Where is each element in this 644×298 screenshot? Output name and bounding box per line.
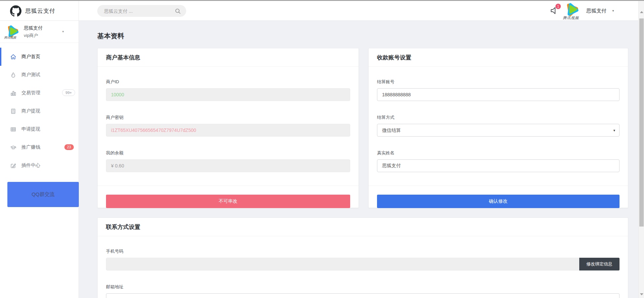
avatar-wordmark: 腾讯视频 [4,36,23,40]
brand: 思狐云支付 [0,1,79,21]
merchant-key-label: 商户密钥 [106,114,350,120]
bar-chart-icon [10,90,16,96]
settle-method-select[interactable]: 微信结算 ▼ [377,124,620,137]
user-menu-name[interactable]: 思狐支付 [586,8,606,14]
sidebar-profile[interactable]: 腾讯视频 思狐支付 vip商户 ▼ [0,21,78,43]
scrollbar-thumb[interactable] [639,18,644,227]
chevron-down-icon[interactable]: ▼ [612,9,614,12]
sidebar-item-label: 申请提现 [21,126,40,132]
page-title: 基本资料 [97,32,124,41]
scrollbar-up-arrow-icon[interactable] [640,11,643,13]
phone-field [106,258,579,270]
home-icon [10,54,16,60]
notifications-button[interactable]: 1 [549,6,559,16]
sidebar-item-merchant-test[interactable]: 商户测试 [0,66,78,84]
balance-field [106,159,350,172]
transactions-count-badge: 99+ [62,89,75,96]
promote-count-badge: 23 [64,144,74,150]
main-content: 基本资料 商户基本信息 商户ID 商户密钥 我的余额 不可串改 [79,21,638,298]
email-field[interactable] [106,293,620,298]
app-title: 思狐云支付 [25,7,55,15]
not-modifiable-button[interactable]: 不可串改 [106,195,350,208]
tencent-video-wordmark: 腾讯视频 [563,15,583,20]
scrollbar-down-arrow-icon[interactable] [640,293,643,295]
card-title: 商户基本信息 [98,48,359,67]
calculator-icon [10,108,16,114]
sidebar-item-promote-earn[interactable]: 推广赚钱 23 [0,138,78,156]
phone-label: 手机号码 [106,248,620,254]
settle-account-field[interactable] [377,88,620,101]
card-payout-account: 收款账号设置 结算账号 结算方式 微信结算 ▼ 真实姓名 [368,48,628,208]
sidebar-item-apply-withdraw[interactable]: 申请提现 [0,120,78,138]
qq-group-button[interactable]: QQ群交流 [7,182,79,207]
settle-method-label: 结算方式 [377,114,620,120]
drop-icon [10,72,16,78]
sidebar-menu: 商户首页 商户测试 交易管理 99+ 商户提现 申请提现 推广赚钱 [0,43,78,175]
browser-top-edge [0,0,644,1]
sidebar-item-label: 商户测试 [21,72,40,78]
search-input[interactable] [104,8,175,14]
search-bar[interactable] [97,5,186,17]
merchant-key-field [106,124,350,137]
grid-icon [10,126,16,133]
sidebar-item-plugin-center[interactable]: 插件中心 [0,156,78,175]
merchant-id-label: 商户ID [106,79,350,85]
sidebar: 腾讯视频 思狐支付 vip商户 ▼ 商户首页 商户测试 交易管理 99+ [0,21,79,298]
edit-icon [10,162,16,169]
github-logo-icon [10,5,21,17]
email-label: 邮箱地址 [106,284,620,290]
sidebar-item-label: 交易管理 [21,90,40,96]
search-icon [175,8,181,14]
sidebar-item-label: 插件中心 [21,162,40,168]
sidebar-item-label: 商户首页 [21,54,40,60]
card-title: 收款账号设置 [369,48,628,67]
notification-badge: 1 [555,4,561,9]
profile-name: 思狐支付 [24,25,43,31]
header: 思狐云支付 1 腾讯视频 思狐支付 ▼ [0,1,644,21]
profile-chevron-down-icon[interactable]: ▼ [62,30,64,33]
settle-account-label: 结算账号 [377,79,620,85]
sidebar-item-merchant-withdraw[interactable]: 商户提现 [0,102,78,120]
selected-option: 微信结算 [382,128,401,133]
card-contact-settings: 联系方式设置 手机号码 修改绑定信息 邮箱地址 [97,217,628,298]
balance-label: 我的余额 [106,150,350,156]
merchant-id-field [106,88,350,101]
avatar: 腾讯视频 [6,24,20,40]
modify-binding-button[interactable]: 修改绑定信息 [579,258,620,270]
card-title: 联系方式设置 [98,218,628,236]
sidebar-item-label: 推广赚钱 [21,144,40,150]
page-scrollbar[interactable] [638,1,644,298]
select-chevron-down-icon: ▼ [613,125,616,137]
confirm-modify-button[interactable]: 确认修改 [377,195,620,208]
tencent-video-logo: 腾讯视频 [564,2,581,20]
header-right: 1 腾讯视频 思狐支付 ▼ [549,1,614,21]
sidebar-item-merchant-home[interactable]: 商户首页 [0,48,78,66]
profile-role: vip商户 [24,33,43,39]
card-merchant-basic-info: 商户基本信息 商户ID 商户密钥 我的余额 不可串改 [97,48,359,208]
real-name-label: 真实姓名 [377,150,620,156]
real-name-field[interactable] [377,159,620,172]
graduation-cap-icon [10,144,16,151]
sidebar-item-transactions[interactable]: 交易管理 99+ [0,84,78,102]
sidebar-item-label: 商户提现 [21,108,40,114]
